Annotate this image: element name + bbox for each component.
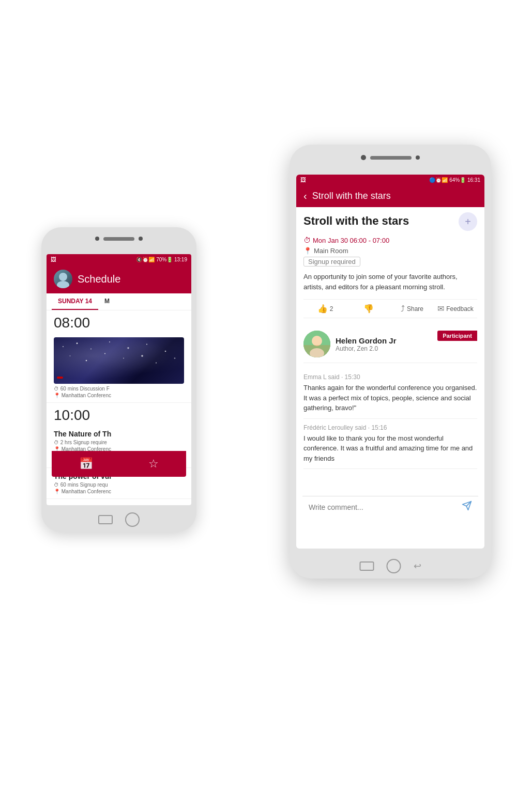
front-status-right: 🔵⏰📶 64%🔋 16:31 — [429, 177, 480, 183]
comment-2: Frédéric Leroulley said · 15:16 I would … — [303, 419, 477, 470]
svg-point-0 — [59, 273, 67, 281]
feedback-icon: ✉ — [437, 304, 444, 314]
status-left-icon: 🖼 — [51, 256, 56, 262]
svg-point-5 — [109, 341, 110, 342]
back-phone-top — [95, 237, 143, 241]
front-nav-rect[interactable] — [360, 561, 374, 571]
time-label-8: 08:00 — [47, 310, 191, 333]
schedule-tabs[interactable]: SUNDAY 14 M — [47, 293, 191, 310]
session-title-nature: The Nature of Th — [54, 430, 184, 438]
comment-input-field[interactable] — [309, 503, 458, 511]
camera-icon — [95, 237, 99, 241]
share-icon: ⤴ — [401, 304, 405, 314]
comment-2-text: I would like to thank you for the most w… — [303, 433, 477, 464]
dislike-icon: 👎 — [363, 304, 374, 314]
session-meta-stroll-time: ⏱ 60 mins Discussion F — [54, 386, 184, 392]
participant-role: Author, Zen 2.0 — [336, 345, 397, 352]
session-image-stroll — [54, 337, 184, 384]
scene: 🖼 🔇⏰📶 70%🔋 13:19 Schedule SUNDAY 14 — [0, 0, 517, 812]
svg-point-7 — [146, 344, 147, 345]
front-nav-back[interactable]: ↩ — [414, 560, 421, 572]
session-card-stroll[interactable]: ⏱ 60 mins Discussion F 📍 Manhattan Confe… — [47, 333, 191, 403]
status-right-back: 🔇⏰📶 70%🔋 13:19 — [136, 257, 187, 262]
schedule-title: Schedule — [78, 273, 120, 285]
back-phone-screen: 🖼 🔇⏰📶 70%🔋 13:19 Schedule SUNDAY 14 — [47, 254, 191, 505]
detail-location: 📍 Main Room — [303, 247, 477, 255]
svg-point-2 — [63, 346, 64, 347]
session-power-meta1: ⏱ 60 mins Signup requ — [54, 482, 184, 488]
bottom-navigation-back: 📅 ☆ — [52, 451, 186, 477]
front-phone: 🖼 🔵⏰📶 64%🔋 16:31 ‹ Stroll with the stars… — [290, 145, 491, 579]
schedule-header: Schedule — [47, 264, 191, 293]
back-nav-home[interactable] — [125, 512, 140, 527]
participant-avatar — [303, 331, 330, 357]
svg-point-11 — [104, 353, 105, 354]
clock-icon: ⏱ — [303, 236, 311, 244]
like-button[interactable]: 👍 2 — [303, 304, 347, 314]
front-phone-top — [361, 155, 420, 160]
like-count: 2 — [330, 305, 333, 313]
tab-monday[interactable]: M — [98, 293, 116, 310]
back-phone-bottom — [98, 512, 140, 527]
back-nav-rect[interactable] — [98, 515, 113, 524]
signup-required-label: Signup required — [303, 257, 360, 267]
participant-badge: Participant — [437, 331, 477, 341]
user-avatar — [54, 270, 72, 288]
location-icon: 📍 — [303, 247, 312, 255]
front-nav-home[interactable] — [387, 559, 401, 573]
share-button[interactable]: ⤴ Share — [390, 304, 434, 314]
tab-sunday[interactable]: SUNDAY 14 — [52, 293, 98, 310]
participant-card[interactable]: Helen Gordon Jr Author, Zen 2.0 Particip… — [303, 325, 477, 363]
front-phone-bottom: ↩ — [360, 559, 421, 573]
svg-point-15 — [174, 357, 176, 359]
detail-session-title: Stroll with the stars — [303, 214, 459, 228]
detail-time: ⏱ Mon Jan 30 06:00 - 07:00 — [303, 236, 477, 244]
favorites-nav-icon[interactable]: ☆ — [148, 457, 159, 471]
share-label: Share — [407, 305, 423, 313]
detail-header-title: Stroll with the stars — [312, 191, 391, 201]
detail-description: An opportunity to join some of your favo… — [303, 272, 477, 292]
svg-rect-19 — [303, 345, 330, 357]
time-label-10: 10:00 — [47, 403, 191, 426]
event-opening-badge — [57, 377, 63, 379]
feedback-label: Feedback — [446, 305, 474, 313]
comment-1: Emma L said · 15:30 Thanks again for the… — [303, 368, 477, 419]
action-bar: 👍 2 👎 ⤴ Share ✉ Feedback — [303, 299, 477, 318]
send-button[interactable] — [462, 501, 472, 513]
front-phone-screen: 🖼 🔵⏰📶 64%🔋 16:31 ‹ Stroll with the stars… — [296, 175, 484, 549]
front-speaker-bar — [370, 156, 412, 160]
status-bar-front: 🖼 🔵⏰📶 64%🔋 16:31 — [296, 175, 484, 185]
svg-point-9 — [70, 355, 71, 356]
status-bar-back: 🖼 🔇⏰📶 70%🔋 13:19 — [47, 254, 191, 264]
comment-2-author: Frédéric Leroulley said · 15:16 — [303, 424, 477, 431]
front-status-left: 🖼 — [300, 177, 306, 183]
comment-input-bar — [302, 496, 478, 518]
comment-1-author: Emma L said · 15:30 — [303, 373, 477, 381]
front-camera-icon — [361, 155, 366, 160]
svg-point-10 — [86, 360, 87, 362]
svg-point-14 — [156, 363, 157, 364]
svg-point-17 — [312, 336, 322, 346]
svg-point-6 — [127, 347, 129, 349]
front-sensor — [416, 155, 420, 160]
add-to-favorites-button[interactable]: + — [459, 212, 477, 231]
svg-point-12 — [123, 358, 124, 359]
dislike-button[interactable]: 👎 — [347, 304, 390, 314]
comment-1-text: Thanks again for the wonderful conferenc… — [303, 383, 477, 413]
feedback-button[interactable]: ✉ Feedback — [434, 304, 477, 314]
back-phone: 🖼 🔇⏰📶 70%🔋 13:19 Schedule SUNDAY 14 — [41, 227, 196, 532]
sensor-icon — [139, 237, 143, 241]
session-nature-meta1: ⏱ 2 hrs Signup require — [54, 440, 184, 445]
speaker-bar — [103, 237, 134, 241]
svg-point-1 — [57, 281, 69, 288]
schedule-nav-icon[interactable]: 📅 — [79, 457, 93, 471]
like-icon: 👍 — [317, 304, 328, 314]
participant-name: Helen Gordon Jr — [336, 336, 397, 345]
back-button[interactable]: ‹ — [303, 190, 307, 202]
detail-header: ‹ Stroll with the stars — [296, 185, 484, 207]
svg-point-13 — [141, 355, 143, 357]
session-meta-stroll-loc: 📍 Manhattan Conferenc — [54, 393, 184, 398]
svg-point-8 — [165, 351, 166, 352]
svg-point-4 — [90, 349, 92, 350]
svg-point-3 — [77, 342, 78, 344]
